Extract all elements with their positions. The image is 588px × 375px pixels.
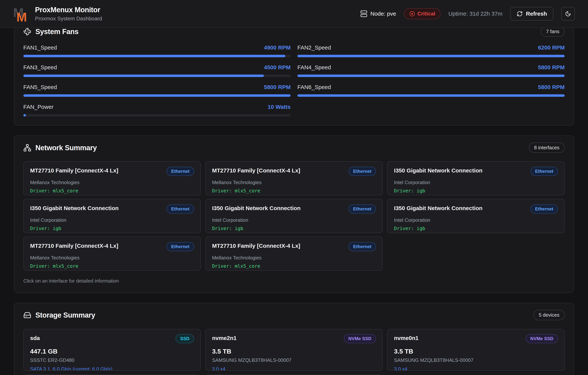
fan-speed-bar-fill xyxy=(297,94,565,97)
fan-speed-bar-fill xyxy=(23,94,291,97)
interface-name: I350 Gigabit Network Connection xyxy=(30,204,119,212)
app-title: ProxMenux Monitor xyxy=(35,6,102,14)
interface-name: I350 Gigabit Network Connection xyxy=(394,204,483,212)
fan-label: FAN2_Speed xyxy=(297,44,331,51)
interface-type-badge: Ethernet xyxy=(167,167,194,176)
app-header: M M ProxMenux Monitor Proxmox System Das… xyxy=(0,0,588,28)
status-label: Critical xyxy=(418,11,435,17)
fan-grid: FAN1_Speed 4900 RPM FAN2_Speed 6200 RPM xyxy=(23,44,565,117)
interface-driver: Driver: mlx5_core xyxy=(212,263,376,269)
fan-speed-bar xyxy=(297,55,565,57)
network-interface-card[interactable]: MT27710 Family [ConnectX-4 Lx] Ethernet … xyxy=(205,161,383,195)
storage-grid: sda SSD 447.1 GB SSSTC ER2-GD480 SATA 3.… xyxy=(23,329,565,375)
fan-count-badge: 7 fans xyxy=(541,26,565,37)
interface-driver: Driver: mlx5_core xyxy=(30,263,194,269)
node-label: Node: pve xyxy=(370,11,396,17)
refresh-button[interactable]: Refresh xyxy=(510,7,553,21)
interface-vendor: Mellanox Technologies xyxy=(212,180,376,185)
device-name: nvme0n1 xyxy=(394,334,419,342)
device-model: SSSTC ER2-GD480 xyxy=(30,357,194,363)
fan-row: FAN4_Speed 5800 RPM xyxy=(297,64,565,77)
fan-value: 6200 RPM xyxy=(538,44,565,51)
fan-speed-bar-fill xyxy=(297,55,565,57)
refresh-icon xyxy=(517,11,523,17)
fan-label: FAN3_Speed xyxy=(23,64,57,71)
interface-driver: Driver: igb xyxy=(394,188,558,193)
interface-type-badge: Ethernet xyxy=(167,204,194,214)
network-interface-card[interactable]: MT27710 Family [ConnectX-4 Lx] Ethernet … xyxy=(205,236,383,271)
network-interface-card[interactable]: I350 Gigabit Network Connection Ethernet… xyxy=(387,199,565,233)
moon-icon xyxy=(565,11,571,17)
fan-label: FAN4_Speed xyxy=(297,64,331,71)
interface-vendor: Mellanox Technologies xyxy=(30,180,194,185)
section-title-network: Network Summary xyxy=(35,143,97,152)
theme-toggle-button[interactable] xyxy=(561,7,575,21)
device-model: SAMSUNG MZQLB3T8HALS-00007 xyxy=(394,357,558,363)
fan-speed-bar xyxy=(297,94,565,97)
interface-driver: Driver: igb xyxy=(394,226,558,231)
network-interface-card[interactable]: I350 Gigabit Network Connection Ethernet… xyxy=(205,199,383,233)
fan-value: 4500 RPM xyxy=(264,64,291,71)
fan-label: FAN5_Speed xyxy=(23,84,57,91)
network-interface-card[interactable]: MT27710 Family [ConnectX-4 Lx] Ethernet … xyxy=(23,161,201,195)
status-badge: Critical xyxy=(404,8,441,19)
storage-device-card[interactable]: nvme0n1 NVMe SSD 3.5 TB SAMSUNG MZQLB3T8… xyxy=(387,329,565,371)
interface-driver: Driver: mlx5_core xyxy=(212,188,376,193)
fan-value: 5800 RPM xyxy=(538,84,565,91)
fan-speed-bar xyxy=(23,55,291,57)
network-interface-card[interactable]: I350 Gigabit Network Connection Ethernet… xyxy=(23,199,201,233)
storage-summary-card: Storage Summary 5 devices sda SSD 447.1 … xyxy=(14,303,574,375)
network-interface-card[interactable]: I350 Gigabit Network Connection Ethernet… xyxy=(387,161,565,195)
interface-vendor: Mellanox Technologies xyxy=(30,255,194,261)
fan-label: FAN_Power xyxy=(23,104,53,110)
interface-name: MT27710 Family [ConnectX-4 Lx] xyxy=(212,167,300,174)
interface-vendor: Intel Corporation xyxy=(394,217,558,223)
device-type-badge: SSD xyxy=(176,334,194,343)
interface-name: MT27710 Family [ConnectX-4 Lx] xyxy=(212,242,300,250)
interface-vendor: Mellanox Technologies xyxy=(212,255,376,261)
interface-driver: Driver: mlx5_core xyxy=(30,188,194,193)
fan-label: FAN1_Speed xyxy=(23,44,57,51)
interface-driver: Driver: igb xyxy=(212,226,376,231)
system-fans-card: System Fans 7 fans FAN1_Speed 4900 RPM xyxy=(14,19,574,126)
network-icon xyxy=(23,144,31,152)
fan-row: FAN1_Speed 4900 RPM xyxy=(23,44,291,57)
refresh-label: Refresh xyxy=(526,11,547,17)
svg-text:M: M xyxy=(16,10,27,22)
fan-speed-bar-fill xyxy=(23,75,264,77)
fan-value: 5800 RPM xyxy=(264,84,291,91)
server-icon xyxy=(360,10,368,17)
fan-value: 10 Watts xyxy=(268,104,291,110)
device-size: 3.5 TB xyxy=(394,348,558,355)
device-link-speed: 3.0 x4 xyxy=(394,366,558,371)
storage-device-card[interactable]: sda SSD 447.1 GB SSSTC ER2-GD480 SATA 3.… xyxy=(23,329,201,371)
fan-row: FAN6_Speed 5800 RPM xyxy=(297,84,565,97)
interface-type-badge: Ethernet xyxy=(531,204,558,214)
interface-type-badge: Ethernet xyxy=(349,242,376,251)
fan-value: 4900 RPM xyxy=(264,44,291,51)
fan-speed-bar-fill xyxy=(23,55,285,57)
device-type-badge: NVMe SSD xyxy=(344,334,376,343)
proxmenux-logo: M M xyxy=(13,6,29,22)
interface-type-badge: Ethernet xyxy=(531,167,558,176)
hard-drive-icon xyxy=(23,311,31,319)
device-model: SAMSUNG MZQLB3T8HALS-00007 xyxy=(212,357,376,363)
fan-speed-bar xyxy=(23,75,291,77)
device-name: nvme2n1 xyxy=(212,334,237,342)
fan-row: FAN5_Speed 5800 RPM xyxy=(23,84,291,97)
network-summary-card: Network Summary 8 interfaces MT27710 Fam… xyxy=(14,135,574,293)
network-grid: MT27710 Family [ConnectX-4 Lx] Ethernet … xyxy=(23,161,565,271)
x-circle-icon xyxy=(410,11,415,17)
device-type-badge: NVMe SSD xyxy=(526,334,558,343)
network-interface-card[interactable]: MT27710 Family [ConnectX-4 Lx] Ethernet … xyxy=(23,236,201,271)
interface-vendor: Intel Corporation xyxy=(394,180,558,185)
fan-icon xyxy=(23,28,31,36)
device-size: 447.1 GB xyxy=(30,348,194,355)
device-link-speed: SATA 3.1, 6.0 Gb/s (current: 6.0 Gb/s) xyxy=(30,366,194,371)
device-link-speed: 3.0 x4 xyxy=(212,366,376,371)
interface-vendor: Intel Corporation xyxy=(30,217,194,223)
storage-device-card[interactable]: nvme2n1 NVMe SSD 3.5 TB SAMSUNG MZQLB3T8… xyxy=(205,329,383,371)
fan-speed-bar xyxy=(23,114,291,117)
uptime-label: Uptime: 31d 22h 37m xyxy=(448,11,502,17)
interface-type-badge: Ethernet xyxy=(349,167,376,176)
